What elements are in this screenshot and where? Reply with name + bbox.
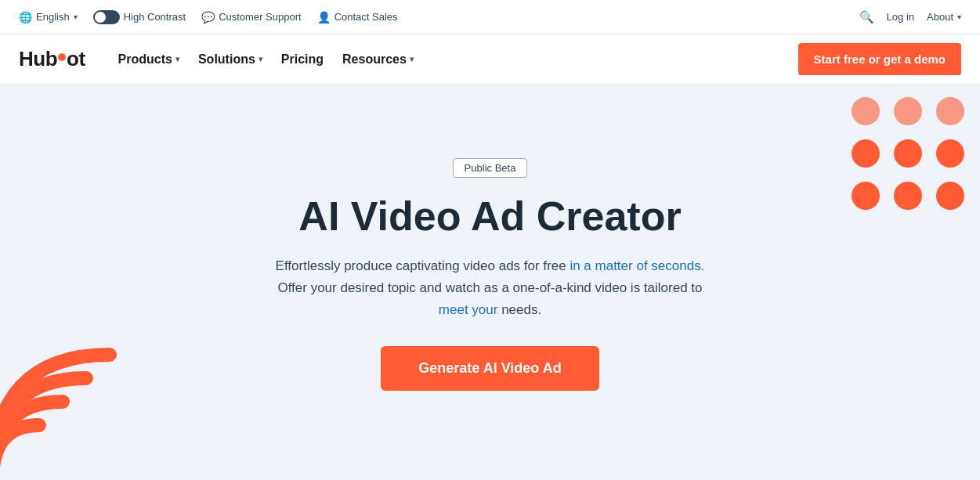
solutions-label: Solutions [198,52,255,67]
subtitle-highlight-1: in a matter of seconds. [570,258,704,273]
dot-8 [894,182,922,210]
customer-support-label: Customer Support [219,11,302,23]
nav-pricing[interactable]: Pricing [273,46,331,73]
dot-6 [936,139,964,168]
dot-2 [894,97,922,125]
public-beta-badge: Public Beta [453,158,528,178]
resources-label: Resources [342,52,407,67]
about-chevron-icon [957,13,961,21]
hero-title: AI Video Ad Creator [276,193,705,240]
about-menu[interactable]: About [927,11,961,23]
hero-content: Public Beta AI Video Ad Creator Effortle… [276,158,705,392]
subtitle-text-3: needs. [497,302,541,317]
nav-items: Products Solutions Pricing Resources [110,46,421,73]
toggle-switch-icon[interactable] [93,10,120,24]
dot-grid-decoration [839,85,980,226]
generate-button[interactable]: Generate AI Video Ad [381,346,598,391]
about-label: About [927,11,953,23]
products-label: Products [118,52,172,67]
dot-5 [894,139,922,168]
hubspot-logo[interactable]: Hubot [19,47,85,71]
top-bar-left: English High Contrast Customer Support C… [19,10,398,24]
products-chevron-icon [175,55,179,63]
person-icon [317,11,331,23]
top-bar-right: Log in About [859,10,961,24]
subtitle-text-1: Effortlessly produce captivating video a… [276,258,570,273]
nav-left: Hubot Products Solutions Pricing Resourc… [19,46,421,73]
chat-icon [201,11,215,23]
dot-4 [852,139,880,168]
globe-icon [19,11,32,23]
hero-subtitle: Effortlessly produce captivating video a… [276,255,705,321]
logo-spot: ot [67,47,85,71]
contact-sales-link[interactable]: Contact Sales [317,11,398,23]
pricing-label: Pricing [281,52,324,67]
contact-sales-label: Contact Sales [335,11,398,23]
search-icon[interactable] [859,10,874,24]
main-nav: Hubot Products Solutions Pricing Resourc… [0,34,980,85]
nav-solutions[interactable]: Solutions [190,46,270,73]
subtitle-text-2: Offer your desired topic and watch as a … [277,280,702,295]
hero-section: Public Beta AI Video Ad Creator Effortle… [0,85,980,480]
dot-7 [852,182,880,210]
start-free-button[interactable]: Start free or get a demo [798,43,961,75]
logo-dot-icon [58,53,66,61]
customer-support-link[interactable]: Customer Support [201,11,302,23]
logo-hub: Hub [19,47,57,71]
language-chevron-icon [74,13,78,21]
solutions-chevron-icon [259,55,262,63]
arc-decoration [0,308,125,480]
dot-9 [936,182,964,210]
top-bar: English High Contrast Customer Support C… [0,0,980,34]
subtitle-highlight-2: meet your [439,302,498,317]
high-contrast-label: High Contrast [124,11,186,23]
dot-3 [936,97,964,125]
language-label: English [36,11,70,23]
high-contrast-toggle[interactable]: High Contrast [93,10,186,24]
nav-resources[interactable]: Resources [335,46,421,73]
login-link[interactable]: Log in [887,11,914,23]
nav-products[interactable]: Products [110,46,187,73]
language-selector[interactable]: English [19,11,78,23]
resources-chevron-icon [410,55,414,63]
dot-1 [852,97,880,125]
